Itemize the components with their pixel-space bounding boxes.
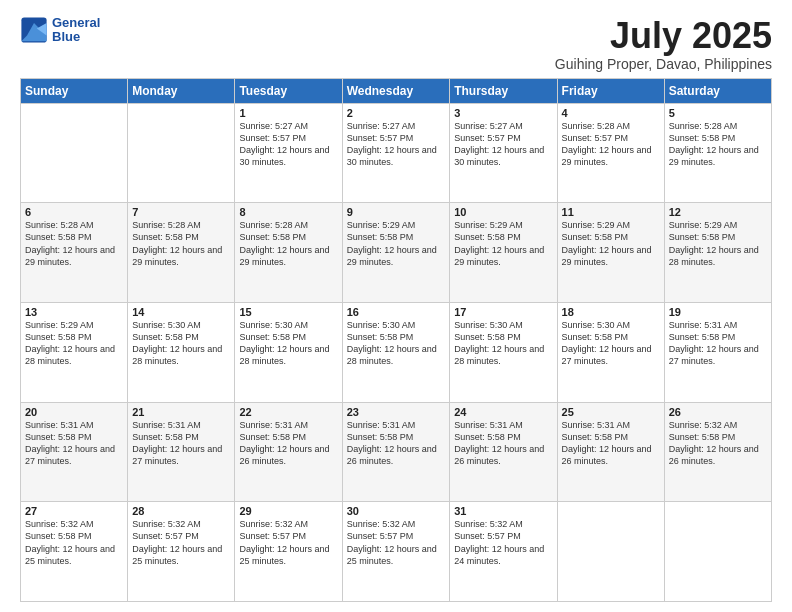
day-number: 23	[347, 406, 446, 418]
day-info: Sunrise: 5:31 AM Sunset: 5:58 PM Dayligh…	[132, 419, 230, 468]
calendar-body: 1Sunrise: 5:27 AM Sunset: 5:57 PM Daylig…	[21, 103, 772, 601]
day-info: Sunrise: 5:32 AM Sunset: 5:57 PM Dayligh…	[239, 518, 337, 567]
column-header-friday: Friday	[557, 78, 664, 103]
day-number: 22	[239, 406, 337, 418]
day-cell: 27Sunrise: 5:32 AM Sunset: 5:58 PM Dayli…	[21, 502, 128, 602]
day-info: Sunrise: 5:31 AM Sunset: 5:58 PM Dayligh…	[347, 419, 446, 468]
day-number: 4	[562, 107, 660, 119]
column-header-sunday: Sunday	[21, 78, 128, 103]
day-number: 11	[562, 206, 660, 218]
day-number: 5	[669, 107, 767, 119]
day-number: 2	[347, 107, 446, 119]
column-header-monday: Monday	[128, 78, 235, 103]
day-number: 8	[239, 206, 337, 218]
day-cell: 25Sunrise: 5:31 AM Sunset: 5:58 PM Dayli…	[557, 402, 664, 502]
day-cell: 16Sunrise: 5:30 AM Sunset: 5:58 PM Dayli…	[342, 302, 450, 402]
day-info: Sunrise: 5:30 AM Sunset: 5:58 PM Dayligh…	[454, 319, 552, 368]
day-cell: 23Sunrise: 5:31 AM Sunset: 5:58 PM Dayli…	[342, 402, 450, 502]
day-cell: 30Sunrise: 5:32 AM Sunset: 5:57 PM Dayli…	[342, 502, 450, 602]
day-info: Sunrise: 5:27 AM Sunset: 5:57 PM Dayligh…	[454, 120, 552, 169]
day-info: Sunrise: 5:29 AM Sunset: 5:58 PM Dayligh…	[562, 219, 660, 268]
day-cell: 19Sunrise: 5:31 AM Sunset: 5:58 PM Dayli…	[664, 302, 771, 402]
day-info: Sunrise: 5:31 AM Sunset: 5:58 PM Dayligh…	[25, 419, 123, 468]
day-info: Sunrise: 5:29 AM Sunset: 5:58 PM Dayligh…	[454, 219, 552, 268]
column-header-tuesday: Tuesday	[235, 78, 342, 103]
day-number: 16	[347, 306, 446, 318]
day-info: Sunrise: 5:32 AM Sunset: 5:58 PM Dayligh…	[669, 419, 767, 468]
day-cell: 26Sunrise: 5:32 AM Sunset: 5:58 PM Dayli…	[664, 402, 771, 502]
column-header-saturday: Saturday	[664, 78, 771, 103]
day-info: Sunrise: 5:32 AM Sunset: 5:57 PM Dayligh…	[347, 518, 446, 567]
day-number: 14	[132, 306, 230, 318]
column-header-wednesday: Wednesday	[342, 78, 450, 103]
day-number: 21	[132, 406, 230, 418]
day-info: Sunrise: 5:32 AM Sunset: 5:57 PM Dayligh…	[132, 518, 230, 567]
day-info: Sunrise: 5:27 AM Sunset: 5:57 PM Dayligh…	[239, 120, 337, 169]
day-info: Sunrise: 5:31 AM Sunset: 5:58 PM Dayligh…	[239, 419, 337, 468]
day-cell: 2Sunrise: 5:27 AM Sunset: 5:57 PM Daylig…	[342, 103, 450, 203]
day-cell: 24Sunrise: 5:31 AM Sunset: 5:58 PM Dayli…	[450, 402, 557, 502]
day-cell	[128, 103, 235, 203]
day-info: Sunrise: 5:29 AM Sunset: 5:58 PM Dayligh…	[25, 319, 123, 368]
day-cell: 15Sunrise: 5:30 AM Sunset: 5:58 PM Dayli…	[235, 302, 342, 402]
week-row-3: 13Sunrise: 5:29 AM Sunset: 5:58 PM Dayli…	[21, 302, 772, 402]
day-number: 25	[562, 406, 660, 418]
day-cell: 10Sunrise: 5:29 AM Sunset: 5:58 PM Dayli…	[450, 203, 557, 303]
day-number: 3	[454, 107, 552, 119]
week-row-1: 1Sunrise: 5:27 AM Sunset: 5:57 PM Daylig…	[21, 103, 772, 203]
day-number: 29	[239, 505, 337, 517]
day-cell: 11Sunrise: 5:29 AM Sunset: 5:58 PM Dayli…	[557, 203, 664, 303]
day-number: 30	[347, 505, 446, 517]
day-info: Sunrise: 5:28 AM Sunset: 5:58 PM Dayligh…	[132, 219, 230, 268]
day-info: Sunrise: 5:29 AM Sunset: 5:58 PM Dayligh…	[669, 219, 767, 268]
day-cell: 13Sunrise: 5:29 AM Sunset: 5:58 PM Dayli…	[21, 302, 128, 402]
day-info: Sunrise: 5:27 AM Sunset: 5:57 PM Dayligh…	[347, 120, 446, 169]
day-number: 1	[239, 107, 337, 119]
day-cell: 12Sunrise: 5:29 AM Sunset: 5:58 PM Dayli…	[664, 203, 771, 303]
day-info: Sunrise: 5:30 AM Sunset: 5:58 PM Dayligh…	[132, 319, 230, 368]
day-cell	[664, 502, 771, 602]
column-header-thursday: Thursday	[450, 78, 557, 103]
day-info: Sunrise: 5:31 AM Sunset: 5:58 PM Dayligh…	[454, 419, 552, 468]
day-info: Sunrise: 5:28 AM Sunset: 5:57 PM Dayligh…	[562, 120, 660, 169]
day-info: Sunrise: 5:30 AM Sunset: 5:58 PM Dayligh…	[239, 319, 337, 368]
day-number: 19	[669, 306, 767, 318]
day-cell: 3Sunrise: 5:27 AM Sunset: 5:57 PM Daylig…	[450, 103, 557, 203]
day-info: Sunrise: 5:28 AM Sunset: 5:58 PM Dayligh…	[239, 219, 337, 268]
day-info: Sunrise: 5:28 AM Sunset: 5:58 PM Dayligh…	[669, 120, 767, 169]
day-cell: 20Sunrise: 5:31 AM Sunset: 5:58 PM Dayli…	[21, 402, 128, 502]
page: General Blue July 2025 Guihing Proper, D…	[0, 0, 792, 612]
week-row-4: 20Sunrise: 5:31 AM Sunset: 5:58 PM Dayli…	[21, 402, 772, 502]
day-cell: 29Sunrise: 5:32 AM Sunset: 5:57 PM Dayli…	[235, 502, 342, 602]
day-number: 27	[25, 505, 123, 517]
week-row-2: 6Sunrise: 5:28 AM Sunset: 5:58 PM Daylig…	[21, 203, 772, 303]
day-cell: 8Sunrise: 5:28 AM Sunset: 5:58 PM Daylig…	[235, 203, 342, 303]
day-number: 6	[25, 206, 123, 218]
day-info: Sunrise: 5:32 AM Sunset: 5:58 PM Dayligh…	[25, 518, 123, 567]
calendar-header: SundayMondayTuesdayWednesdayThursdayFrid…	[21, 78, 772, 103]
day-number: 10	[454, 206, 552, 218]
day-number: 7	[132, 206, 230, 218]
day-cell: 4Sunrise: 5:28 AM Sunset: 5:57 PM Daylig…	[557, 103, 664, 203]
day-number: 28	[132, 505, 230, 517]
subtitle: Guihing Proper, Davao, Philippines	[555, 56, 772, 72]
day-info: Sunrise: 5:31 AM Sunset: 5:58 PM Dayligh…	[669, 319, 767, 368]
day-number: 12	[669, 206, 767, 218]
day-number: 9	[347, 206, 446, 218]
day-number: 20	[25, 406, 123, 418]
logo-icon	[20, 16, 48, 44]
day-cell: 17Sunrise: 5:30 AM Sunset: 5:58 PM Dayli…	[450, 302, 557, 402]
day-cell: 22Sunrise: 5:31 AM Sunset: 5:58 PM Dayli…	[235, 402, 342, 502]
day-cell: 1Sunrise: 5:27 AM Sunset: 5:57 PM Daylig…	[235, 103, 342, 203]
day-info: Sunrise: 5:32 AM Sunset: 5:57 PM Dayligh…	[454, 518, 552, 567]
calendar: SundayMondayTuesdayWednesdayThursdayFrid…	[20, 78, 772, 602]
logo: General Blue	[20, 16, 100, 45]
header-row: SundayMondayTuesdayWednesdayThursdayFrid…	[21, 78, 772, 103]
day-number: 13	[25, 306, 123, 318]
day-cell: 21Sunrise: 5:31 AM Sunset: 5:58 PM Dayli…	[128, 402, 235, 502]
day-cell	[21, 103, 128, 203]
day-number: 31	[454, 505, 552, 517]
day-cell: 18Sunrise: 5:30 AM Sunset: 5:58 PM Dayli…	[557, 302, 664, 402]
logo-line1: General	[52, 16, 100, 30]
day-cell: 31Sunrise: 5:32 AM Sunset: 5:57 PM Dayli…	[450, 502, 557, 602]
